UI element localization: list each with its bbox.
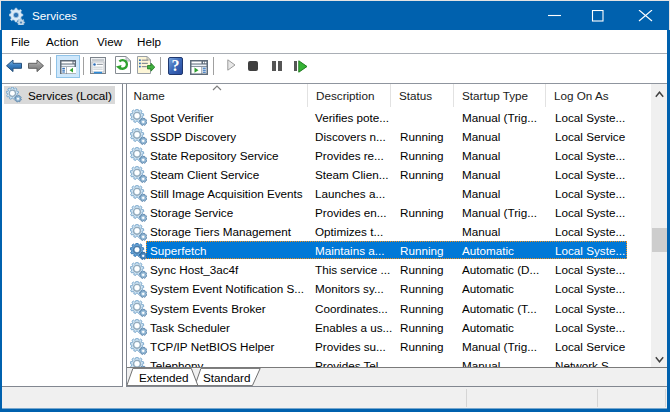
svg-text:?: ? — [172, 57, 180, 74]
